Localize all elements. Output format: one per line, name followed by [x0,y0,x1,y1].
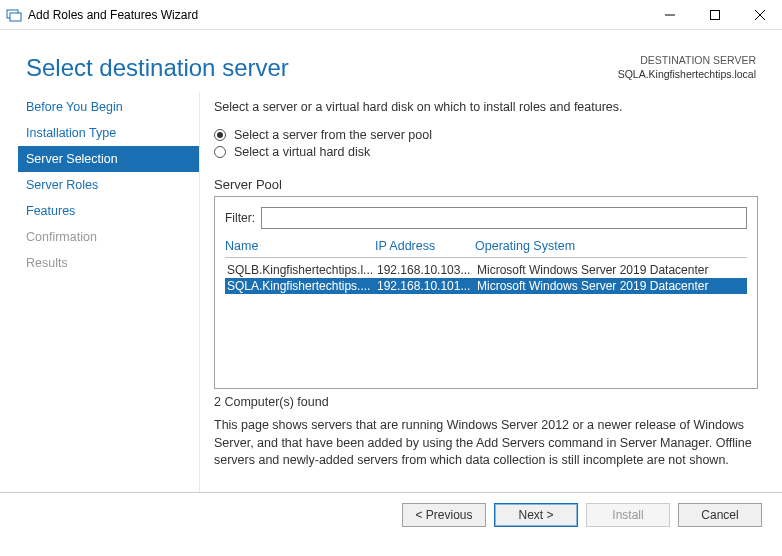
col-header-ip[interactable]: IP Address [375,239,475,253]
server-table-header: Name IP Address Operating System [225,239,747,258]
radio-selected-icon [214,129,226,141]
svg-rect-1 [10,13,21,21]
server-pool-heading: Server Pool [214,177,758,192]
cell-os: Microsoft Windows Server 2019 Datacenter [477,279,745,293]
step-confirmation: Confirmation [18,224,199,250]
previous-button[interactable]: < Previous [402,503,486,527]
step-installation-type[interactable]: Installation Type [18,120,199,146]
server-table-body: SQLB.Kingfishertechtips.l... 192.168.10.… [225,262,747,382]
radio-virtual-disk[interactable]: Select a virtual hard disk [214,145,758,159]
step-features[interactable]: Features [18,198,199,224]
title-bar: Add Roles and Features Wizard [0,0,782,30]
step-server-selection[interactable]: Server Selection [18,146,199,172]
step-before-you-begin[interactable]: Before You Begin [18,94,199,120]
info-note: This page shows servers that are running… [214,417,758,470]
col-header-name[interactable]: Name [225,239,375,253]
table-row[interactable]: SQLB.Kingfishertechtips.l... 192.168.10.… [225,262,747,278]
wizard-steps: Before You Begin Installation Type Serve… [0,92,200,492]
step-server-roles[interactable]: Server Roles [18,172,199,198]
wizard-header: Select destination server DESTINATION SE… [0,30,782,92]
cell-name: SQLA.Kingfishertechtips.... [227,279,377,293]
page-title: Select destination server [26,54,618,82]
filter-label: Filter: [225,211,255,225]
destination-label: DESTINATION SERVER [618,54,756,68]
cell-ip: 192.168.10.101... [377,279,477,293]
app-icon [6,7,22,23]
radio-unselected-icon [214,146,226,158]
window-title: Add Roles and Features Wizard [28,8,647,22]
step-results: Results [18,250,199,276]
computer-count: 2 Computer(s) found [214,395,758,409]
filter-input[interactable] [261,207,747,229]
main-panel: Select a server or a virtual hard disk o… [200,92,782,492]
cell-name: SQLB.Kingfishertechtips.l... [227,263,377,277]
radio-server-pool[interactable]: Select a server from the server pool [214,128,758,142]
wizard-footer: < Previous Next > Install Cancel [0,492,782,537]
minimize-button[interactable] [647,0,692,30]
radio-label: Select a virtual hard disk [234,145,370,159]
maximize-button[interactable] [692,0,737,30]
server-pool-box: Filter: Name IP Address Operating System… [214,196,758,389]
table-row[interactable]: SQLA.Kingfishertechtips.... 192.168.10.1… [225,278,747,294]
cell-ip: 192.168.10.103... [377,263,477,277]
svg-rect-3 [710,10,719,19]
radio-label: Select a server from the server pool [234,128,432,142]
close-button[interactable] [737,0,782,30]
destination-info: DESTINATION SERVER SQLA.Kingfishertechti… [618,54,756,81]
install-button: Install [586,503,670,527]
cell-os: Microsoft Windows Server 2019 Datacenter [477,263,745,277]
next-button[interactable]: Next > [494,503,578,527]
col-header-os[interactable]: Operating System [475,239,747,253]
instruction-text: Select a server or a virtual hard disk o… [214,100,758,114]
cancel-button[interactable]: Cancel [678,503,762,527]
destination-server: SQLA.Kingfishertechtips.local [618,68,756,82]
